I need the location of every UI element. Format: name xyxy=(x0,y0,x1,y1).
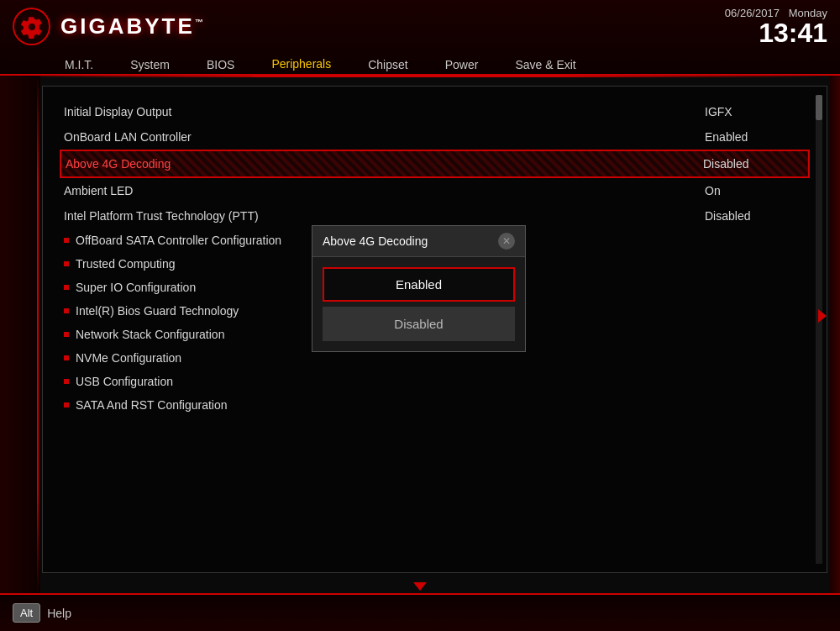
bullet-icon xyxy=(64,261,69,266)
submenu-label-super-io: Super IO Configuration xyxy=(76,281,196,294)
popup-dialog[interactable]: Above 4G Decoding ✕ Enabled Disabled xyxy=(312,225,526,352)
row-label-onboard-lan: OnBoard LAN Controller xyxy=(64,130,192,144)
alt-key: Alt xyxy=(13,603,40,623)
row-ambient-led[interactable]: Ambient LED On xyxy=(60,178,810,203)
nav-item-system[interactable]: System xyxy=(112,53,188,76)
submenu-label-offboard-sata: OffBoard SATA Controller Configuration xyxy=(76,234,281,247)
bullet-icon xyxy=(64,308,69,313)
row-value-initial-display: IGFX xyxy=(705,105,806,118)
submenu-label-usb: USB Configuration xyxy=(76,375,173,388)
row-value-ambient-led: On xyxy=(705,184,806,197)
nav-item-bios[interactable]: BIOS xyxy=(188,53,253,76)
popup-title: Above 4G Decoding xyxy=(323,234,428,248)
bullet-icon xyxy=(64,355,69,360)
right-bg-decoration xyxy=(830,0,840,631)
submenu-sata-rst[interactable]: SATA And RST Configuration xyxy=(60,393,810,417)
row-initial-display[interactable]: Initial Display Output IGFX xyxy=(60,99,810,124)
popup-option-enabled[interactable]: Enabled xyxy=(323,267,515,302)
nav-item-mit[interactable]: M.I.T. xyxy=(46,53,112,76)
time-display: 13:41 xyxy=(725,19,827,46)
submenu-label-network-stack: Network Stack Configuration xyxy=(76,328,224,341)
datetime-display: 06/26/2017 Monday 13:41 xyxy=(725,7,827,46)
gear-icon xyxy=(13,8,50,45)
submenu-label-trusted-computing: Trusted Computing xyxy=(76,257,176,271)
popup-body: Enabled Disabled xyxy=(312,257,525,351)
scrollbar[interactable] xyxy=(816,95,822,564)
scrollbar-thumb[interactable] xyxy=(816,95,822,120)
right-arrow-indicator xyxy=(818,309,827,323)
popup-close-button[interactable]: ✕ xyxy=(498,233,515,250)
submenu-label-sata-rst: SATA And RST Configuration xyxy=(76,398,228,412)
row-value-above-4g: Disabled xyxy=(703,157,804,171)
row-label-ambient-led: Ambient LED xyxy=(64,184,133,197)
bottom-bar: Alt Help xyxy=(0,593,840,631)
logo-area: GIGABYTE™ xyxy=(13,8,206,45)
header: GIGABYTE™ 06/26/2017 Monday 13:41 M.I.T.… xyxy=(0,0,840,76)
brand-name: GIGABYTE™ xyxy=(60,13,206,39)
row-onboard-lan[interactable]: OnBoard LAN Controller Enabled xyxy=(60,124,810,150)
bullet-icon xyxy=(64,379,69,384)
bullet-icon xyxy=(64,285,69,290)
header-top: GIGABYTE™ 06/26/2017 Monday 13:41 xyxy=(0,0,840,50)
left-decoration xyxy=(0,76,40,593)
left-red-line xyxy=(37,76,39,593)
popup-option-disabled[interactable]: Disabled xyxy=(323,307,515,341)
nav-item-power[interactable]: Power xyxy=(427,53,497,76)
nav-item-chipset[interactable]: Chipset xyxy=(349,53,426,76)
row-value-onboard-lan: Enabled xyxy=(705,130,806,144)
row-label-above-4g: Above 4G Decoding xyxy=(66,157,171,171)
bullet-icon xyxy=(64,332,69,337)
row-label-initial-display: Initial Display Output xyxy=(64,105,171,118)
main-content: Initial Display Output IGFX OnBoard LAN … xyxy=(42,86,827,573)
row-value-intel-ptt: Disabled xyxy=(705,209,806,223)
row-above-4g[interactable]: Above 4G Decoding Disabled xyxy=(60,150,810,178)
nav-item-save-exit[interactable]: Save & Exit xyxy=(496,53,594,76)
nav-item-peripherals[interactable]: Peripherals xyxy=(253,52,349,77)
submenu-label-nvme: NVMe Configuration xyxy=(76,351,181,365)
submenu-usb[interactable]: USB Configuration xyxy=(60,370,810,393)
row-label-intel-ptt: Intel Platform Trust Technology (PTT) xyxy=(64,209,259,223)
help-label: Help xyxy=(47,607,71,620)
bullet-icon xyxy=(64,238,69,243)
bottom-arrow-indicator xyxy=(413,582,427,591)
nav-bar: M.I.T. System BIOS Peripherals Chipset P… xyxy=(0,50,840,80)
bullet-icon xyxy=(64,402,69,408)
submenu-label-intel-bios-guard: Intel(R) Bios Guard Technology xyxy=(76,304,239,318)
gear-svg xyxy=(20,15,44,39)
popup-header: Above 4G Decoding ✕ xyxy=(312,226,525,257)
